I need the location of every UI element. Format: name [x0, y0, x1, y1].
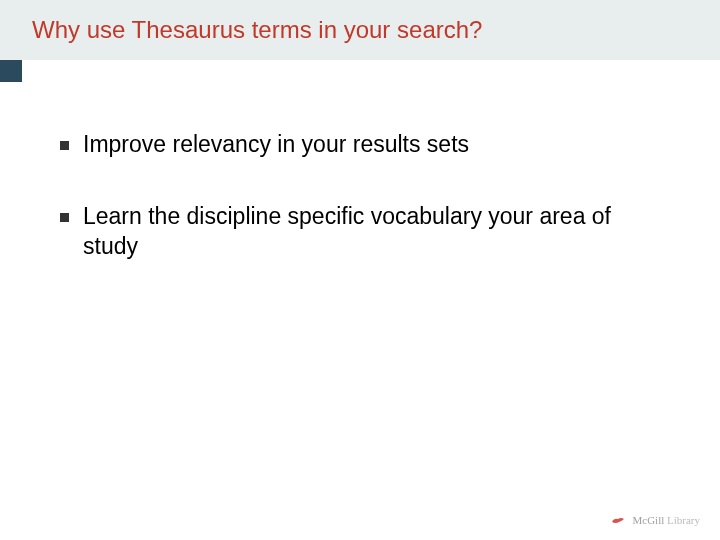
- bird-icon: [610, 514, 626, 526]
- bullet-marker-icon: [60, 213, 69, 222]
- accent-block: [0, 60, 22, 82]
- list-item: Improve relevancy in your results sets: [60, 130, 660, 160]
- content-area: Improve relevancy in your results sets L…: [0, 60, 720, 262]
- title-bar: Why use Thesaurus terms in your search?: [0, 0, 720, 60]
- logo-text: McGill Library: [632, 514, 700, 526]
- bullet-text: Improve relevancy in your results sets: [83, 130, 469, 160]
- slide-title: Why use Thesaurus terms in your search?: [32, 16, 482, 44]
- logo-secondary: Library: [664, 514, 700, 526]
- footer-logo: McGill Library: [610, 514, 700, 526]
- bullet-text: Learn the discipline specific vocabulary…: [83, 202, 660, 262]
- logo-primary: McGill: [632, 514, 664, 526]
- list-item: Learn the discipline specific vocabulary…: [60, 202, 660, 262]
- bullet-marker-icon: [60, 141, 69, 150]
